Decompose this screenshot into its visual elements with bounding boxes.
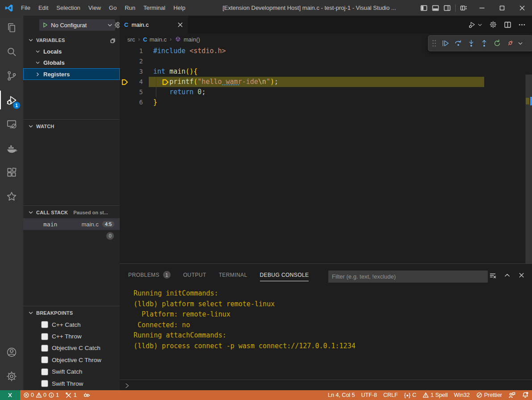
watch-header[interactable]: WATCH	[23, 120, 120, 132]
maximize-panel-icon[interactable]	[504, 272, 511, 279]
menu-go[interactable]: Go	[105, 4, 121, 11]
breakpoint-checkbox[interactable]	[41, 321, 48, 328]
code-line-6[interactable]: 6}	[120, 97, 532, 108]
maximize-button[interactable]	[492, 0, 512, 16]
variables-scope-registers[interactable]: Registers	[23, 68, 120, 80]
line-number[interactable]: 6	[132, 97, 143, 108]
continue-button[interactable]	[439, 38, 451, 49]
breadcrumb-file[interactable]: C main.c	[143, 36, 167, 43]
variables-header[interactable]: VARIABLES	[23, 33, 120, 46]
step-into-button[interactable]	[465, 38, 477, 49]
tab-main-c[interactable]: C main.c	[120, 16, 188, 33]
breakpoint-checkbox[interactable]	[41, 368, 48, 375]
disconnect-button[interactable]	[504, 38, 516, 49]
toggle-panel-icon[interactable]	[432, 4, 439, 12]
breakpoint-row[interactable]: Objective C Throw	[23, 354, 120, 366]
sidebar-item-extensions[interactable]	[0, 160, 23, 184]
code-editor[interactable]: 1#include <stdio.h>23int main(){4 printf…	[120, 45, 532, 264]
customize-layout-icon[interactable]	[460, 4, 467, 12]
tab-output[interactable]: OUTPUT	[183, 271, 206, 281]
cursor-position[interactable]: Ln 4, Col 5	[325, 390, 358, 400]
menu-run[interactable]: Run	[121, 4, 139, 11]
code-line-2[interactable]: 2	[120, 56, 532, 67]
accounts-button[interactable]	[0, 340, 23, 364]
line-number[interactable]: 3	[132, 67, 143, 77]
variables-scope-locals[interactable]: Locals	[23, 46, 120, 57]
debug-status[interactable]	[80, 390, 94, 400]
line-number[interactable]: 4	[132, 77, 143, 87]
call-stack-header[interactable]: CALL STACK Paused on st...	[23, 206, 120, 218]
breakpoint-checkbox[interactable]	[41, 356, 48, 363]
feedback-button[interactable]	[505, 390, 519, 400]
line-number[interactable]: 1	[132, 46, 143, 56]
menu-terminal[interactable]: Terminal	[139, 4, 169, 11]
manage-button[interactable]	[0, 364, 23, 388]
code-line-5[interactable]: 5 return 0;	[120, 87, 532, 97]
console-filter-input[interactable]	[328, 271, 488, 283]
code-line-3[interactable]: 3int main(){	[120, 67, 532, 77]
line-number[interactable]: 5	[132, 87, 143, 97]
tab-problems[interactable]: PROBLEMS 1	[128, 271, 171, 281]
eol-indicator[interactable]: CRLF	[380, 390, 401, 400]
encoding-indicator[interactable]: UTF-8	[358, 390, 380, 400]
execution-pointer-icon[interactable]	[121, 79, 129, 86]
code-line-4[interactable]: 4 printf("hello wamr-ide\n");	[120, 77, 532, 87]
close-panel-icon[interactable]	[518, 272, 525, 279]
variables-scope-globals[interactable]: Globals	[23, 57, 120, 68]
sidebar-item-run-and-debug[interactable]: 1	[0, 88, 23, 112]
thread-row[interactable]: 0	[23, 230, 120, 242]
sidebar-item-docker[interactable]	[0, 136, 23, 160]
remote-indicator[interactable]	[0, 390, 20, 400]
menu-file[interactable]: File	[17, 4, 34, 11]
breakpoint-row[interactable]: C++ Catch	[23, 319, 120, 330]
gripper-icon[interactable]	[430, 38, 438, 49]
menu-edit[interactable]: Edit	[34, 4, 52, 11]
close-tab-icon[interactable]	[177, 21, 184, 28]
settings-gear-icon[interactable]	[489, 21, 497, 29]
launch-config-dropdown[interactable]: No Configurat	[39, 19, 115, 31]
breakpoint-checkbox[interactable]	[41, 380, 48, 387]
menu-view[interactable]: View	[84, 4, 105, 11]
chevron-down-icon[interactable]	[517, 38, 524, 49]
debug-action-toolbar[interactable]	[428, 35, 532, 51]
sidebar-item-explorer[interactable]	[0, 16, 23, 40]
formatter-status[interactable]: Prettier	[473, 390, 505, 400]
breakpoint-checkbox[interactable]	[41, 333, 48, 340]
breakpoint-row[interactable]: Swift Catch	[23, 366, 120, 378]
debug-console-input-row[interactable]	[120, 379, 532, 391]
breakpoint-row[interactable]: Objective C Catch	[23, 342, 120, 354]
split-editor-icon[interactable]	[504, 21, 511, 29]
spell-checker-status[interactable]: 1 Spell	[419, 390, 451, 400]
notifications-button[interactable]	[519, 390, 532, 400]
debug-console-output[interactable]: Running initCommands:(lldb) platform sel…	[120, 288, 526, 379]
close-button[interactable]	[512, 0, 532, 16]
sidebar-item-favorites[interactable]	[0, 184, 23, 208]
step-out-button[interactable]	[478, 38, 490, 49]
breakpoint-row[interactable]: Swift Throw	[23, 378, 120, 389]
language-mode[interactable]: {} C	[401, 390, 419, 400]
more-actions-icon[interactable]	[518, 21, 526, 29]
minimize-button[interactable]	[472, 0, 492, 16]
stack-frame-row[interactable]: main main.c 4:5	[23, 218, 120, 230]
breakpoints-header[interactable]: BREAKPOINTS	[23, 306, 120, 319]
toolchain-status[interactable]: 1	[62, 390, 80, 400]
toggle-sidebar-icon[interactable]	[420, 4, 427, 12]
line-number[interactable]: 2	[132, 56, 143, 67]
debug-settings-gear-icon[interactable]	[114, 21, 120, 29]
overview-ruler[interactable]	[525, 75, 532, 264]
step-over-button[interactable]	[452, 38, 464, 49]
sidebar-item-search[interactable]	[0, 40, 23, 64]
menu-help[interactable]: Help	[169, 4, 189, 11]
tab-terminal[interactable]: TERMINAL	[219, 271, 247, 281]
clear-console-icon[interactable]	[489, 272, 496, 279]
sidebar-item-source-control[interactable]	[0, 64, 23, 88]
start-debug-icon[interactable]	[42, 22, 48, 28]
problems-status[interactable]: 0 0 1	[20, 390, 62, 400]
breadcrumb-src[interactable]: src	[127, 36, 135, 43]
run-or-debug-button[interactable]	[468, 21, 482, 29]
menu-selection[interactable]: Selection	[52, 4, 84, 11]
restart-button[interactable]	[491, 38, 503, 49]
tab-debug-console[interactable]: DEBUG CONSOLE	[260, 271, 309, 281]
toggle-secondary-sidebar-icon[interactable]	[444, 4, 451, 12]
breakpoint-checkbox[interactable]	[41, 345, 48, 352]
